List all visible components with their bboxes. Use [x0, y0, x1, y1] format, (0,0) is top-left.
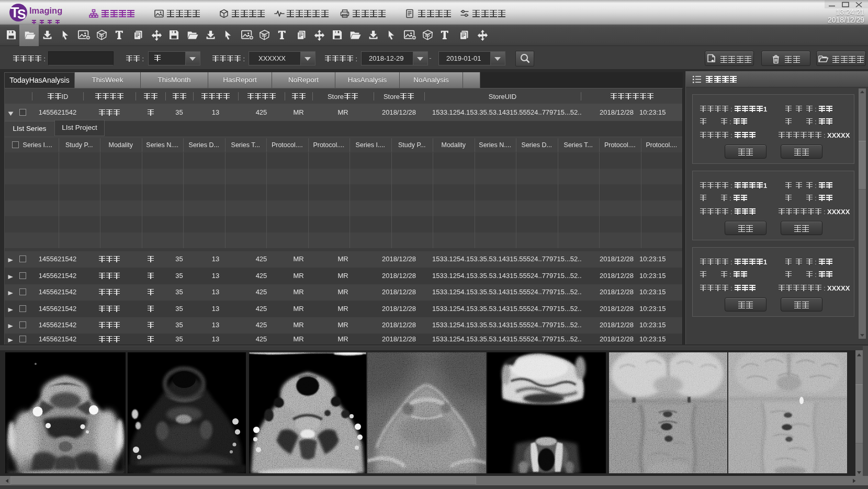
svg-text:S: S [17, 7, 26, 21]
svg-text:3D: 3D [99, 34, 104, 37]
svg-text:3D: 3D [262, 34, 267, 37]
svg-text:3D: 3D [425, 34, 430, 37]
